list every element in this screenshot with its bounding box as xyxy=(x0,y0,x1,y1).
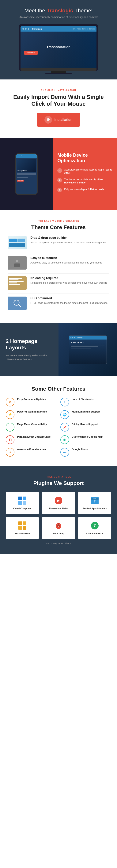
feature-item-menu: ☰ Mega Menu Compatibility xyxy=(6,423,56,432)
feature-num-1: 1 xyxy=(57,168,62,173)
mobile-feature-text-2: The theme uses mobile friendly sliders R… xyxy=(64,178,112,184)
layout-heading: 2 Homepage Layouts xyxy=(6,338,53,351)
dot-1 xyxy=(23,28,24,30)
phone-content: Transportation Read More xyxy=(16,158,37,194)
install-button-label: Installation xyxy=(54,118,72,122)
ba-cal-top xyxy=(91,498,99,500)
mc-svg xyxy=(55,522,62,529)
feature-item-text-shortcodes: Lots of Shortcodes xyxy=(72,398,94,401)
vc-sq-3 xyxy=(18,501,22,505)
install-button[interactable]: ⚙ Installation xyxy=(37,113,80,127)
code-line-3 xyxy=(9,281,24,282)
dot-3 xyxy=(28,28,29,30)
eg-icon xyxy=(17,521,27,530)
screen-logo: translogic xyxy=(32,28,42,30)
feature-item-text-fontello: Awesome Fontello Icons xyxy=(17,448,46,452)
other-features-heading: Some Other Features xyxy=(6,386,111,392)
divider-3 xyxy=(8,293,109,294)
preview-title: Transportation xyxy=(71,341,105,343)
preview-dot-3 xyxy=(74,337,75,338)
seo-thumb-content xyxy=(8,297,27,310)
vc-icon xyxy=(17,496,27,505)
plugin-name-ba: Booked Appointments xyxy=(83,507,107,510)
code-line-2 xyxy=(9,279,18,280)
layout-left: 2 Homepage Layouts We create several uni… xyxy=(0,323,58,376)
eg-cell-1 xyxy=(18,522,22,525)
preview-bar: translogic xyxy=(69,336,107,340)
preview-dot-2 xyxy=(72,337,73,338)
feature-row-1: Drag & drop page builder Visual Composer… xyxy=(8,236,109,249)
feature-item-text-parallax: Parallax Effect Backgrounds xyxy=(17,435,50,439)
feature-title-1: Drag & drop page builder xyxy=(30,236,107,240)
cf-shape: 7 xyxy=(91,522,99,529)
plugins-label: FREE COMPATIBLE xyxy=(6,476,111,478)
update-icon: ↺ xyxy=(6,398,14,406)
vc-sq-1 xyxy=(18,497,22,500)
fontello-icon: ✦ xyxy=(6,448,14,457)
feature-label-admin: Powerful Admin Interface xyxy=(17,410,47,413)
feature-item-map: ◉ Customizable Google Map xyxy=(61,435,111,444)
googlefonts-icon: Aa xyxy=(61,448,69,457)
feature-thumb-coding xyxy=(8,276,27,290)
plugins-more: and many more others xyxy=(6,542,111,545)
svg-rect-1 xyxy=(14,264,20,267)
screen-overlay xyxy=(51,32,96,68)
phone-cta: Read More xyxy=(17,180,24,182)
text-line-1 xyxy=(17,173,36,174)
feature-item-text-googlefonts: Google Fonts xyxy=(72,448,88,452)
feature-label-sticky: Sticky Menus Support xyxy=(72,423,98,426)
code-line-1 xyxy=(9,278,22,279)
mobile-feature-text-3: Fully responsive layout & Retina ready xyxy=(64,188,104,191)
seo-icon xyxy=(12,299,22,308)
eg-cell-3 xyxy=(18,526,22,530)
dot-2 xyxy=(25,28,27,30)
vc-sq-2 xyxy=(23,497,27,500)
preview-dot-1 xyxy=(71,337,71,338)
hero-subtitle: An awesome user friendly combination of … xyxy=(4,16,113,19)
svg-point-2 xyxy=(16,260,18,262)
svg-point-7 xyxy=(95,498,96,499)
svg-point-5 xyxy=(93,498,94,499)
eg-grid xyxy=(18,522,27,530)
feature-title-2: Easy to customize xyxy=(30,256,102,260)
mobile-heading: Mobile Device Optimization xyxy=(57,152,112,163)
install-icon: ⚙ xyxy=(44,116,52,124)
mobile-features: Mobile Device Optimization 1 Absolutely … xyxy=(52,138,117,210)
plugin-name-cf: Contact Form 7 xyxy=(86,532,103,535)
ba-cal-icon xyxy=(93,498,96,500)
admin-icon: ⚡ xyxy=(6,410,14,419)
vc-squares xyxy=(18,497,27,505)
customize-thumb-content xyxy=(8,256,27,270)
drag-box-3 xyxy=(9,243,25,247)
laptop-chin xyxy=(21,68,96,71)
plugins-heading: Plugins We Support xyxy=(6,480,111,486)
feature-desc-3: No need to be a professional web develop… xyxy=(30,281,107,285)
lang-icon: 🌐 xyxy=(61,410,69,419)
one-click-section: ONE CLICK INSTALLATION Easily Import Dem… xyxy=(0,80,117,130)
drag-thumb-content xyxy=(8,236,27,249)
plugins-grid: Visual Composer ▶ Revolution Slider xyxy=(6,492,111,539)
drag-box-1 xyxy=(9,239,17,242)
feature-text-1: Drag & drop page builder Visual Composer… xyxy=(30,236,107,245)
text-line-2 xyxy=(17,174,36,175)
preview-logo: translogic xyxy=(77,337,82,338)
phone-text-lines xyxy=(17,173,36,178)
map-icon: ◉ xyxy=(61,435,69,444)
feature-item-parallax: ◧ Parallax Effect Backgrounds xyxy=(6,435,56,444)
feature-title-4: SEO optimized xyxy=(30,297,108,300)
feature-row-2: Easy to customize Awesome easy-to-use op… xyxy=(8,256,109,270)
feature-num-3: 3 xyxy=(57,188,62,192)
hero-section: Meet the Translogic Theme! An awesome us… xyxy=(0,0,117,80)
feature-item-lang: 🌐 Multi Language Support xyxy=(61,410,111,419)
feature-item-googlefonts: Aa Google Fonts xyxy=(61,448,111,457)
rs-shape: ▶ xyxy=(55,497,62,504)
svg-point-3 xyxy=(14,300,19,305)
phone-mockup: translogic Transportation Read More xyxy=(15,153,38,195)
plugin-item-rs: ▶ Revolution Slider xyxy=(42,492,75,514)
feature-title-3: No coding required xyxy=(30,276,107,280)
parallax-icon: ◧ xyxy=(6,435,14,444)
core-features-section: FOR EASY WEBSITE CREATION Theme Core Fea… xyxy=(0,210,117,323)
mobile-feature-1: 1 Absolutely all scrollable sections sup… xyxy=(57,168,112,175)
plugins-section: FREE COMPATIBLE Plugins We Support Visua… xyxy=(0,466,117,554)
phone-logo: translogic xyxy=(17,155,23,156)
